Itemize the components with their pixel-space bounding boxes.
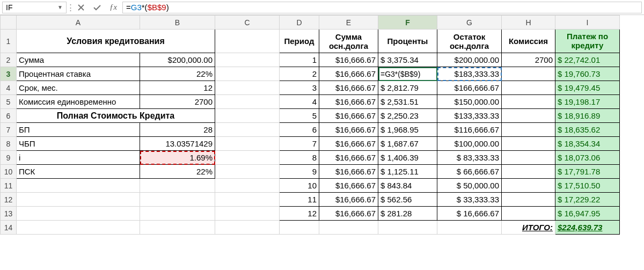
full-cost-title[interactable]: Полная Стоимость Кредита	[17, 109, 215, 123]
cell[interactable]: ПСК	[17, 165, 140, 179]
cell[interactable]: 22%	[140, 67, 215, 81]
cell[interactable]: $ 18,916.89	[555, 109, 620, 123]
cell[interactable]: 11	[280, 193, 319, 207]
cell[interactable]	[280, 221, 319, 235]
hdr-period[interactable]: Период	[280, 30, 319, 53]
col-header-I[interactable]: I	[555, 16, 620, 30]
cell[interactable]: 8	[280, 151, 319, 165]
cell[interactable]	[215, 53, 280, 67]
cell[interactable]: 7	[280, 137, 319, 151]
row-header[interactable]: 8	[1, 137, 17, 151]
active-cell-F3[interactable]: =G3*($B$9)	[378, 67, 437, 81]
row-header[interactable]: 1	[1, 30, 17, 53]
cell[interactable]	[215, 81, 280, 95]
cell[interactable]: $16,666.67	[319, 53, 378, 67]
ref-cell-G3[interactable]: $183,333.33	[437, 67, 502, 81]
cell[interactable]: $ 1,406.39	[378, 151, 437, 165]
row-header[interactable]: 7	[1, 123, 17, 137]
cell[interactable]	[319, 221, 378, 235]
cancel-icon[interactable]	[74, 2, 88, 13]
row-header[interactable]: 3	[1, 67, 17, 81]
cell[interactable]: $16,666.67	[319, 165, 378, 179]
loan-terms-title[interactable]: Условия кредитования	[17, 30, 215, 53]
cell[interactable]: 2700	[140, 95, 215, 109]
cell[interactable]	[437, 221, 502, 235]
hdr-kom[interactable]: Комиссия	[502, 30, 555, 53]
cell[interactable]: Процентная ставка	[17, 67, 140, 81]
cell[interactable]: 1	[280, 53, 319, 67]
col-header-H[interactable]: H	[502, 16, 555, 30]
cell[interactable]	[140, 207, 215, 221]
cell[interactable]: 6	[280, 123, 319, 137]
hdr-pay[interactable]: Платеж покредиту	[555, 30, 620, 53]
hdr-sum[interactable]: Суммаосн.долга	[319, 30, 378, 53]
formula-input[interactable]: =G3*($B$9)	[122, 2, 642, 13]
cell[interactable]: $116,666.67	[437, 123, 502, 137]
cell[interactable]	[502, 109, 555, 123]
cell[interactable]: Сумма	[17, 53, 140, 67]
cell[interactable]	[502, 179, 555, 193]
cell[interactable]: 13.03571429	[140, 137, 215, 151]
cell[interactable]: $ 18,073.06	[555, 151, 620, 165]
cell[interactable]	[215, 151, 280, 165]
col-header-D[interactable]: D	[280, 16, 319, 30]
cell[interactable]: $ 281.28	[378, 207, 437, 221]
cell[interactable]: $ 50,000.00	[437, 179, 502, 193]
cell[interactable]: $ 66,666.67	[437, 165, 502, 179]
cell[interactable]	[215, 123, 280, 137]
cell[interactable]: i	[17, 151, 140, 165]
cell[interactable]: ЧБП	[17, 137, 140, 151]
row-header[interactable]: 2	[1, 53, 17, 67]
cell[interactable]: $ 33,333.33	[437, 193, 502, 207]
row-header[interactable]: 12	[1, 193, 17, 207]
hdr-pct[interactable]: Проценты	[378, 30, 437, 53]
cell[interactable]: 4	[280, 95, 319, 109]
cell[interactable]: 12	[280, 207, 319, 221]
col-header-F[interactable]: F	[378, 16, 437, 30]
cell[interactable]: $ 17,791.78	[555, 165, 620, 179]
cell[interactable]: $133,333.33	[437, 109, 502, 123]
cell[interactable]: $100,000.00	[437, 137, 502, 151]
cell[interactable]: $16,666.67	[319, 193, 378, 207]
total-label[interactable]: ИТОГО:	[502, 221, 555, 235]
cell[interactable]	[502, 67, 555, 81]
cell[interactable]: $200,000.00	[437, 53, 502, 67]
cell[interactable]	[140, 179, 215, 193]
cell[interactable]	[215, 67, 280, 81]
cell[interactable]	[17, 193, 140, 207]
cell[interactable]: $ 17,229.22	[555, 193, 620, 207]
fx-icon[interactable]: ƒx	[106, 2, 120, 13]
row-header[interactable]: 6	[1, 109, 17, 123]
cell[interactable]: БП	[17, 123, 140, 137]
cell[interactable]: $16,666.67	[319, 179, 378, 193]
cell[interactable]: 3	[280, 81, 319, 95]
cell[interactable]: $16,666.67	[319, 123, 378, 137]
cell[interactable]: $ 83,333.33	[437, 151, 502, 165]
cell[interactable]: Комиссия единовременно	[17, 95, 140, 109]
row-header[interactable]: 14	[1, 221, 17, 235]
cell[interactable]	[215, 207, 280, 221]
cell[interactable]: $ 22,742.01	[555, 53, 620, 67]
select-all-corner[interactable]	[1, 16, 17, 30]
cell[interactable]: $16,666.67	[319, 207, 378, 221]
name-box[interactable]: IF ▼	[2, 2, 67, 13]
cell[interactable]	[502, 151, 555, 165]
cell[interactable]	[215, 221, 280, 235]
cell[interactable]: $ 1,968.95	[378, 123, 437, 137]
cell[interactable]: $16,666.67	[319, 151, 378, 165]
cell[interactable]	[502, 123, 555, 137]
cell[interactable]	[215, 30, 280, 53]
row-header[interactable]: 13	[1, 207, 17, 221]
cell[interactable]	[17, 207, 140, 221]
cell[interactable]	[502, 81, 555, 95]
cell[interactable]: $ 16,947.95	[555, 207, 620, 221]
cell[interactable]: $166,666.67	[437, 81, 502, 95]
cell[interactable]: $150,000.00	[437, 95, 502, 109]
total-value[interactable]: $224,639.73	[555, 221, 620, 235]
cell[interactable]: Срок, мес.	[17, 81, 140, 95]
cell[interactable]: 10	[280, 179, 319, 193]
cell[interactable]: $16,666.67	[319, 109, 378, 123]
cell[interactable]: $ 1,125.11	[378, 165, 437, 179]
col-header-G[interactable]: G	[437, 16, 502, 30]
cell[interactable]: $ 18,354.34	[555, 137, 620, 151]
